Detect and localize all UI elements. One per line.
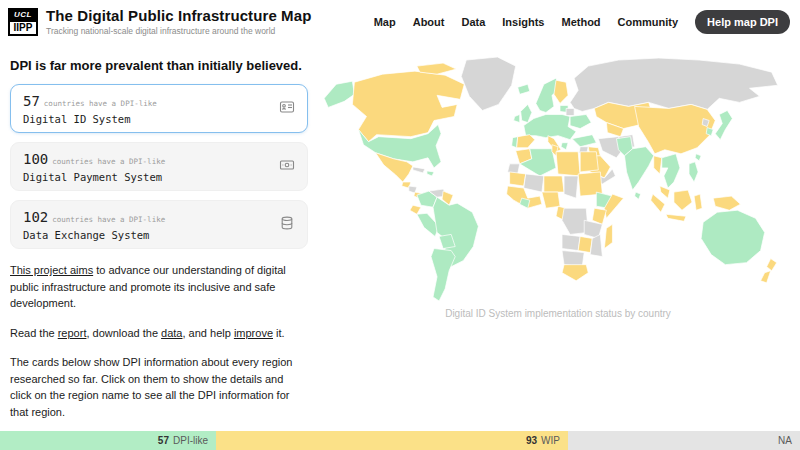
map-region-argentina-chile[interactable] <box>431 249 455 301</box>
map-region-mozambique[interactable] <box>590 234 602 256</box>
map-region-java[interactable] <box>666 214 686 221</box>
map-region-russia[interactable] <box>570 58 778 111</box>
map-region-indochina[interactable] <box>662 154 680 188</box>
map-region-ivory-coast[interactable] <box>520 198 530 208</box>
map-region-angola[interactable] <box>562 234 580 250</box>
project-aims-link[interactable]: This project aims <box>10 264 93 276</box>
nav-item-community[interactable]: Community <box>618 16 679 28</box>
map-region-ukraine[interactable] <box>570 114 591 128</box>
map-region-sulawesi[interactable] <box>694 194 702 210</box>
id-card-icon <box>279 99 295 119</box>
map-region-kenya[interactable] <box>592 208 606 224</box>
world-choropleth-map[interactable] <box>316 54 800 308</box>
map-region-new-zealand[interactable] <box>761 259 777 283</box>
map-region-alaska[interactable] <box>324 81 354 107</box>
legend-label: DPI-like <box>173 435 208 446</box>
report-link[interactable]: report <box>58 327 87 339</box>
cards-help-paragraph: The cards below show DPI information abo… <box>10 354 302 420</box>
page-title: The Digital Public Infrastructure Map <box>46 7 311 24</box>
map-region-europe-central[interactable] <box>524 114 576 139</box>
map-region-canada[interactable] <box>352 71 464 142</box>
map-region-libya[interactable] <box>556 152 580 176</box>
legend-segment-dpi[interactable]: 57DPI-like <box>0 431 216 450</box>
map-region-greenland[interactable] <box>461 57 515 110</box>
links-text: it. <box>273 327 285 339</box>
map-region-belarus[interactable] <box>566 108 574 115</box>
database-icon <box>279 215 295 235</box>
map-region-borneo[interactable] <box>674 190 692 210</box>
map-region-mauritania[interactable] <box>510 172 526 186</box>
map-region-chad[interactable] <box>564 176 578 198</box>
legend-count: 57 <box>158 435 169 446</box>
map-region-namibia-botswana[interactable] <box>562 251 584 267</box>
map-region-china[interactable] <box>635 104 716 153</box>
links-text: Read the <box>10 327 58 339</box>
page-subtitle: Tracking national-scale digital infrastr… <box>46 26 311 36</box>
sidebar-heading: DPI is far more prevalent than initially… <box>10 58 308 73</box>
intro-paragraph: This project aims to advance our underst… <box>10 262 302 312</box>
card-count: 100 <box>23 151 48 167</box>
map-region-finland[interactable] <box>554 80 568 103</box>
links-text: , download the <box>86 327 161 339</box>
world-map-section: Digital ID System implementation status … <box>316 54 800 319</box>
nav-item-insights[interactable]: Insights <box>502 16 544 28</box>
ucl-iipp-logo: UCL IIPP <box>8 8 38 36</box>
map-region-arctic-islands[interactable] <box>417 63 456 74</box>
map-region-zambia[interactable] <box>578 236 592 252</box>
help-map-dpi-button[interactable]: Help map DPI <box>695 10 790 34</box>
map-region-sri-lanka[interactable] <box>635 192 641 199</box>
nav-item-method[interactable]: Method <box>561 16 600 28</box>
map-region-new-guinea[interactable] <box>713 196 740 210</box>
card-system-name: Digital Payment System <box>23 171 165 183</box>
legend-label: WIP <box>541 435 560 446</box>
legend-segment-wip[interactable]: 93WIP <box>216 431 568 450</box>
map-region-ireland[interactable] <box>514 114 520 122</box>
map-region-nigeria[interactable] <box>542 192 560 208</box>
nav-item-data[interactable]: Data <box>461 16 485 28</box>
map-region-philippines[interactable] <box>689 162 698 182</box>
map-region-cuba[interactable] <box>413 167 425 173</box>
sidebar: DPI is far more prevalent than initially… <box>10 58 308 420</box>
map-region-iceland[interactable] <box>518 84 530 94</box>
map-region-hispaniola[interactable] <box>427 171 434 176</box>
links-text: , and help <box>183 327 234 339</box>
card-system-name: Data Exchange System <box>23 229 165 241</box>
map-region-india[interactable] <box>625 147 654 190</box>
map-region-japan[interactable] <box>715 110 732 139</box>
card-count: 57 <box>23 93 40 109</box>
data-link[interactable]: data <box>161 327 182 339</box>
map-region-greece[interactable] <box>561 143 568 150</box>
card-digital-id-system[interactable]: 57countries have a DPI-like Digital ID S… <box>10 84 308 133</box>
map-region-ecuador[interactable] <box>410 205 421 214</box>
iipp-logo-text: IIPP <box>8 20 38 36</box>
map-region-madagascar[interactable] <box>604 224 612 248</box>
map-region-spain[interactable] <box>517 135 535 148</box>
map-region-taiwan[interactable] <box>695 154 701 161</box>
card-data-exchange-system[interactable]: 102countries have a DPI-like Data Exchan… <box>10 200 308 249</box>
card-caption: countries have a DPI-like <box>44 99 157 108</box>
card-caption: countries have a DPI-like <box>52 215 165 224</box>
map-region-australia[interactable] <box>701 210 765 264</box>
nav-item-about[interactable]: About <box>413 16 445 28</box>
main-nav: Map About Data Insights Method Community… <box>374 10 790 34</box>
card-digital-payment-system[interactable]: 100countries have a DPI-like Digital Pay… <box>10 142 308 191</box>
legend-count: 93 <box>526 435 537 446</box>
map-region-mali[interactable] <box>524 174 544 192</box>
map-region-south-africa[interactable] <box>562 265 588 281</box>
map-region-turkey[interactable] <box>572 135 596 147</box>
map-caption: Digital ID System implementation status … <box>316 308 800 319</box>
banknote-icon <box>279 157 295 177</box>
map-region-sumatra[interactable] <box>651 194 665 212</box>
card-system-name: Digital ID System <box>23 113 157 125</box>
card-caption: countries have a DPI-like <box>52 157 165 166</box>
map-region-myanmar[interactable] <box>654 156 662 174</box>
legend-label: NA <box>778 435 792 446</box>
map-region-niger[interactable] <box>544 176 564 192</box>
legend-segment-na[interactable]: NA <box>568 431 800 450</box>
nav-item-map[interactable]: Map <box>374 16 396 28</box>
map-region-uk[interactable] <box>521 104 532 122</box>
legend-bar: 57DPI-like 93WIP NA <box>0 431 800 450</box>
map-region-egypt[interactable] <box>580 152 598 172</box>
improve-link[interactable]: improve <box>234 327 273 339</box>
ucl-logo-text: UCL <box>8 8 38 20</box>
